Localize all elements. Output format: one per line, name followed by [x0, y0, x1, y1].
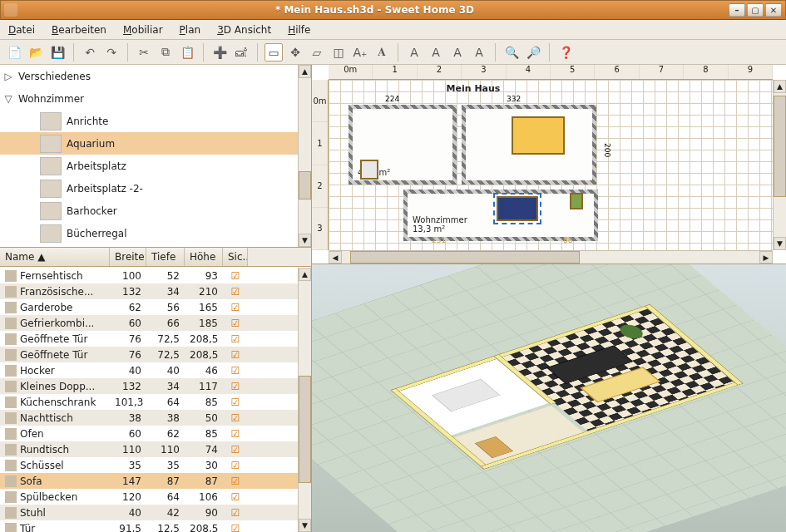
plan-vertical-scrollbar[interactable]: ▲ ▼: [773, 80, 786, 250]
table-row[interactable]: Garderobe6256165☑: [0, 299, 298, 315]
redo-icon[interactable]: ↷: [102, 43, 121, 62]
help-icon[interactable]: ❓: [556, 43, 575, 62]
create-rooms-icon[interactable]: ◫: [329, 43, 348, 62]
column-header-hoehe[interactable]: Höhe: [185, 248, 223, 266]
text-italic-icon[interactable]: A: [427, 43, 445, 62]
menu-plan[interactable]: Plan: [180, 24, 201, 36]
table-row[interactable]: Geöffnete Tür7672,5208,5☑: [0, 347, 298, 362]
cell-visible-checkbox[interactable]: ☑: [223, 491, 248, 503]
cell-visible-checkbox[interactable]: ☑: [223, 460, 248, 471]
cell-visible-checkbox[interactable]: ☑: [223, 333, 248, 345]
catalog-item[interactable]: Anrichte: [0, 110, 298, 132]
zoom-out-icon[interactable]: 🔎: [524, 43, 542, 62]
plan-canvas[interactable]: Mein Haus 2243322004,55 m²Wohnzimmer13,3…: [329, 80, 773, 250]
menu-mobiliar[interactable]: Mobiliar: [123, 24, 163, 36]
plan-scroll-thumb[interactable]: [350, 251, 580, 264]
column-header-name[interactable]: Name ▲: [0, 248, 110, 266]
catalog-scrollbar[interactable]: ▲ ▼: [298, 65, 311, 247]
catalog-group[interactable]: ▽Wohnzimmer: [0, 87, 298, 110]
open-file-icon[interactable]: 📂: [27, 43, 45, 62]
menu-hilfe[interactable]: Hilfe: [288, 24, 310, 36]
table-row[interactable]: Kleines Dopp...13234117☑: [0, 378, 298, 394]
paste-icon[interactable]: 📋: [178, 43, 196, 62]
cell-visible-checkbox[interactable]: ☑: [223, 397, 248, 408]
catalog-item[interactable]: Bücherregal: [0, 222, 298, 244]
furniture-list-header[interactable]: Name ▲BreiteTiefeHöheSic...: [0, 248, 311, 267]
catalog-item[interactable]: Arbeitsplatz -2-: [0, 177, 298, 200]
cell-visible-checkbox[interactable]: ☑: [223, 302, 248, 313]
window-maximize-button[interactable]: ▢: [747, 3, 764, 17]
table-row[interactable]: Französische...13234210☑: [0, 283, 298, 299]
plan-view[interactable]: 0m123456789 0m123 Mein Haus 2243322004,5…: [312, 65, 786, 264]
new-file-icon[interactable]: 📄: [5, 43, 23, 62]
catalog-group[interactable]: ▷Verschiedenes: [0, 65, 298, 87]
select-icon[interactable]: ▭: [264, 43, 283, 62]
column-header-sicht[interactable]: Sic...: [223, 248, 248, 266]
table-row[interactable]: Küchenschrank101,36485☑: [0, 394, 298, 410]
table-row[interactable]: Ofen606285☑: [0, 426, 298, 441]
cut-icon[interactable]: ✂: [135, 43, 153, 62]
table-row[interactable]: Nachttisch383850☑: [0, 410, 298, 426]
scroll-up-icon[interactable]: ▲: [299, 65, 311, 78]
save-file-icon[interactable]: 💾: [48, 43, 67, 62]
table-row[interactable]: Fernsehtisch1005293☑: [0, 268, 298, 283]
cell-visible-checkbox[interactable]: ☑: [223, 507, 248, 519]
window-minimize-button[interactable]: –: [729, 3, 745, 17]
text-color-icon[interactable]: A: [448, 43, 467, 62]
table-row[interactable]: Stuhl404290☑: [0, 505, 298, 520]
plan-scroll-thumb[interactable]: [774, 96, 786, 196]
table-row[interactable]: Geöffnete Tür7672,5208,5☑: [0, 331, 298, 347]
copy-icon[interactable]: ⧉: [156, 43, 175, 62]
table-row[interactable]: Sofa1478787☑: [0, 473, 298, 489]
catalog-item[interactable]: Arbeitsplatz: [0, 155, 298, 177]
table-row[interactable]: Gefrierkombi...6066185☑: [0, 315, 298, 331]
add-furniture-group-icon[interactable]: 🛋: [232, 43, 250, 62]
table-row[interactable]: Hocker404046☑: [0, 362, 298, 378]
cell-visible-checkbox[interactable]: ☑: [223, 428, 248, 440]
menu-datei[interactable]: Datei: [8, 24, 35, 36]
3d-view[interactable]: [312, 264, 786, 532]
furniture-list-scroll-thumb[interactable]: [299, 376, 311, 483]
cell-visible-checkbox[interactable]: ☑: [223, 444, 248, 456]
text-size-icon[interactable]: A: [470, 43, 488, 62]
menu-bearbeiten[interactable]: Bearbeiten: [52, 24, 106, 36]
window-close-button[interactable]: ✕: [765, 3, 782, 17]
cell-visible-checkbox[interactable]: ☑: [223, 270, 248, 282]
text-bold-icon[interactable]: A: [405, 43, 423, 62]
menu-3d-ansicht[interactable]: 3D Ansicht: [217, 24, 271, 36]
plan-furniture-bed[interactable]: [512, 116, 565, 155]
column-header-breite[interactable]: Breite: [110, 248, 146, 266]
table-row[interactable]: Spülbecken12064106☑: [0, 489, 298, 505]
scroll-right-icon[interactable]: ▶: [759, 251, 773, 264]
cell-visible-checkbox[interactable]: ☑: [223, 349, 248, 361]
table-row[interactable]: Schüssel353530☑: [0, 457, 298, 473]
zoom-in-icon[interactable]: 🔍: [502, 43, 521, 62]
scroll-down-icon[interactable]: ▼: [299, 519, 311, 532]
create-dimensions-icon[interactable]: A₊: [351, 43, 369, 62]
catalog-item[interactable]: Aquarium: [0, 132, 298, 155]
plan-furniture-stove[interactable]: [360, 160, 378, 180]
cell-visible-checkbox[interactable]: ☑: [223, 381, 248, 392]
plan-furniture-sofa[interactable]: [497, 196, 538, 221]
cell-visible-checkbox[interactable]: ☑: [223, 365, 248, 377]
catalog-scroll-thumb[interactable]: [299, 171, 311, 200]
scroll-up-icon[interactable]: ▲: [774, 80, 786, 93]
catalog-item[interactable]: Barhocker: [0, 200, 298, 222]
column-header-tiefe[interactable]: Tiefe: [146, 248, 185, 266]
create-text-icon[interactable]: 𝐀: [373, 43, 391, 62]
cell-visible-checkbox[interactable]: ☑: [223, 318, 248, 329]
pan-icon[interactable]: ✥: [286, 43, 304, 62]
plan-horizontal-scrollbar[interactable]: ◀ ▶: [329, 250, 773, 264]
cell-visible-checkbox[interactable]: ☑: [223, 412, 248, 424]
cell-visible-checkbox[interactable]: ☑: [223, 475, 248, 487]
cell-visible-checkbox[interactable]: ☑: [223, 286, 248, 298]
scroll-up-icon[interactable]: ▲: [299, 268, 311, 281]
scroll-left-icon[interactable]: ◀: [329, 251, 342, 264]
table-row[interactable]: Tür91,512,5208,5☑: [0, 520, 298, 532]
create-walls-icon[interactable]: ▱: [308, 43, 326, 62]
cell-visible-checkbox[interactable]: ☑: [223, 523, 248, 533]
plan-furniture-plant[interactable]: [570, 193, 583, 209]
table-row[interactable]: Rundtisch11011074☑: [0, 441, 298, 457]
add-furniture-icon[interactable]: ➕: [210, 43, 229, 62]
scroll-down-icon[interactable]: ▼: [299, 234, 311, 247]
